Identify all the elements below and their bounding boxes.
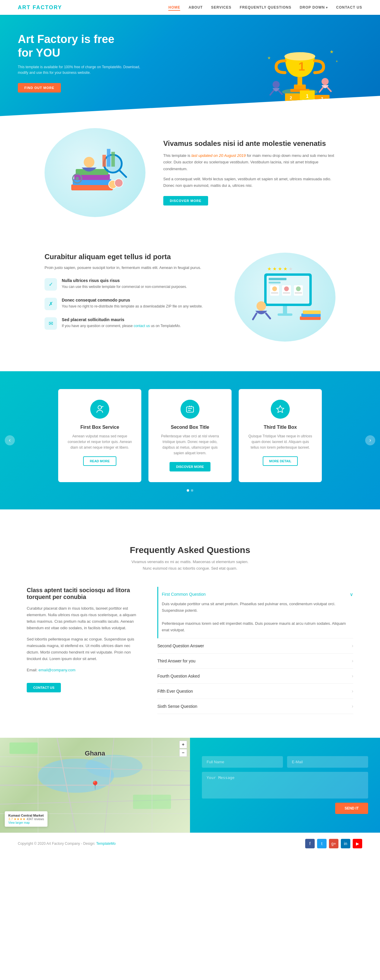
about-para2: Sed a consequat velit. Morbi lectus sapi… [163, 176, 335, 189]
faq-item-2-header[interactable]: Second Question Answer › [157, 643, 353, 649]
nav-item-dropdown[interactable]: DROP DOWN [300, 5, 328, 10]
faq-item-6-header[interactable]: Sixth Sense Question › [157, 704, 353, 709]
svg-point-29 [75, 177, 79, 180]
nav-item-faq[interactable]: FREQUENTLY QUESTIONS [239, 5, 291, 10]
service-card-2: Second Box Title Pellentesque vitae orci… [148, 389, 232, 482]
svg-rect-31 [107, 149, 110, 167]
about-heading: Vivamus sodales nisi id ante molestie ve… [163, 139, 335, 148]
service-title-3: Third Title Box [247, 425, 313, 430]
nav-item-services[interactable]: SERVICES [211, 5, 231, 10]
svg-point-43 [284, 286, 289, 291]
nav-logo: ART FACTORY [18, 5, 62, 11]
feature-item-1: ✓ Nulla ultrices risus quis risus You ca… [45, 278, 217, 291]
hero-title: Art Factory is free for YOU [18, 33, 142, 60]
carousel-dots [12, 489, 368, 492]
discover-button[interactable]: DISCOVER MORE [163, 196, 208, 205]
send-button[interactable]: SEND IT [335, 803, 368, 814]
faq-item-6: Sixth Sense Question › [157, 699, 353, 714]
email-field[interactable] [287, 756, 368, 768]
faq-item-4-header[interactable]: Fourth Question Asked › [157, 673, 353, 679]
faq-title: Frequently Asked Questions [18, 545, 362, 555]
service-icon-1 [90, 400, 109, 419]
contact-us-button[interactable]: CONTACT US [27, 683, 61, 692]
svg-rect-37 [269, 278, 286, 280]
navbar: ART FACTORY HOME ABOUT SERVICES FREQUENT… [0, 0, 380, 15]
googleplus-button[interactable]: g+ [329, 839, 338, 848]
contact-form-section: SEND IT [190, 738, 380, 833]
templatemo-link[interactable]: TemplateMo [96, 842, 115, 846]
svg-line-10 [270, 91, 274, 95]
service-btn-3[interactable]: MORE DETAIL [263, 457, 298, 466]
feature-icon-2: ✗ [45, 298, 57, 310]
footer: Copyright © 2020 Art Factory Company - D… [0, 833, 380, 854]
feature-title-3: Sed placerat sollicitudin mauris [62, 317, 181, 322]
about-illustration [45, 128, 145, 217]
svg-rect-47 [295, 293, 302, 294]
faq-section: Frequently Asked Questions Vivamus venen… [0, 521, 380, 738]
svg-point-9 [273, 81, 279, 88]
chevron-right-icon-5: › [352, 704, 353, 709]
carousel-next-button[interactable]: › [365, 435, 375, 445]
faq-item-3-header[interactable]: Third Answer for you › [157, 658, 353, 663]
contact-link[interactable]: contact us [134, 324, 150, 328]
svg-text:★: ★ [335, 60, 338, 63]
faq-item-5-header[interactable]: Fifth Ever Question › [157, 689, 353, 694]
map-contact-section: Ghana 📍 Kumasi Central Market 3.7 ★★★★ 4… [0, 738, 380, 833]
about-text: Vivamus sodales nisi id ante molestie ve… [163, 139, 335, 205]
svg-rect-55 [303, 310, 321, 314]
svg-text:★: ★ [283, 266, 287, 271]
carousel-dot-2[interactable] [191, 489, 193, 492]
map-zoom-out[interactable]: − [179, 749, 187, 757]
faq-content: Class aptent taciti sociosqu ad litora t… [27, 587, 353, 714]
hero-cta-button[interactable]: FIND OUT MORE [18, 83, 61, 92]
svg-rect-3 [297, 77, 302, 85]
feature-icon-1: ✓ [45, 278, 57, 291]
nav-item-home[interactable]: HOME [168, 5, 180, 10]
about-section: Vivamus sodales nisi id ante molestie ve… [27, 99, 353, 235]
service-title-1: First Box Service [67, 425, 133, 430]
email-link[interactable]: email@company.com [38, 668, 75, 672]
feature-desc-3: If you have any question or comment, ple… [62, 323, 181, 329]
svg-text:★: ★ [267, 56, 271, 60]
youtube-button[interactable]: ▶ [353, 839, 362, 848]
features-text: Curabitur aliquam eget tellus id porta P… [45, 253, 217, 337]
chevron-right-icon-3: › [352, 673, 353, 679]
svg-rect-38 [269, 282, 281, 283]
map-zoom-in[interactable]: + [179, 741, 187, 748]
svg-point-46 [296, 286, 301, 291]
twitter-button[interactable]: t [317, 839, 327, 848]
svg-rect-49 [278, 313, 292, 316]
feature-desc-1: You can use this website template for co… [62, 284, 187, 290]
faq-left-para1: Curabitur placerat diam in risus loborti… [27, 605, 139, 631]
full-name-input[interactable] [202, 756, 283, 768]
svg-line-52 [266, 313, 270, 318]
map-rating: 3.7 ★★★★ 4347 reviews [8, 817, 44, 821]
message-textarea[interactable] [202, 772, 368, 799]
svg-text:1: 1 [299, 60, 305, 73]
svg-line-11 [278, 91, 282, 94]
faq-header: Frequently Asked Questions Vivamus venen… [18, 545, 362, 572]
carousel-prev-button[interactable]: ‹ [5, 435, 15, 445]
about-para1: This template is last updated on 20 Augu… [163, 153, 335, 172]
map-placeholder: Ghana 📍 Kumasi Central Market 3.7 ★★★★ 4… [0, 738, 190, 833]
service-btn-1[interactable]: READ MORE [83, 457, 116, 466]
svg-text:★: ★ [289, 266, 293, 271]
features-heading: Curabitur aliquam eget tellus id porta [45, 253, 217, 261]
footer-text: Copyright © 2020 Art Factory Company - D… [18, 842, 115, 846]
svg-rect-32 [111, 152, 115, 167]
svg-rect-76 [10, 743, 38, 754]
map-view-larger[interactable]: View larger map [8, 821, 44, 824]
hero-image: 1 ★ ★ ★ 2 1 3 [243, 24, 356, 107]
svg-point-40 [272, 286, 277, 291]
nav-item-contact[interactable]: CONTACT US [336, 5, 362, 10]
feature-title-1: Nulla ultrices risus quis risus [62, 278, 187, 283]
faq-email: Email: email@company.com [27, 667, 139, 673]
map-place-name: Kumasi Central Market [8, 814, 44, 817]
faq-item-1-header[interactable]: First Common Question ∨ [162, 592, 353, 597]
nav-item-about[interactable]: ABOUT [188, 5, 203, 10]
hero-description: This template is available for 100% free… [18, 64, 142, 76]
facebook-button[interactable]: f [305, 839, 315, 848]
service-btn-2[interactable]: DISCOVER MORE [169, 462, 211, 471]
linkedin-button[interactable]: in [341, 839, 350, 848]
carousel-dot-1[interactable] [187, 489, 189, 492]
